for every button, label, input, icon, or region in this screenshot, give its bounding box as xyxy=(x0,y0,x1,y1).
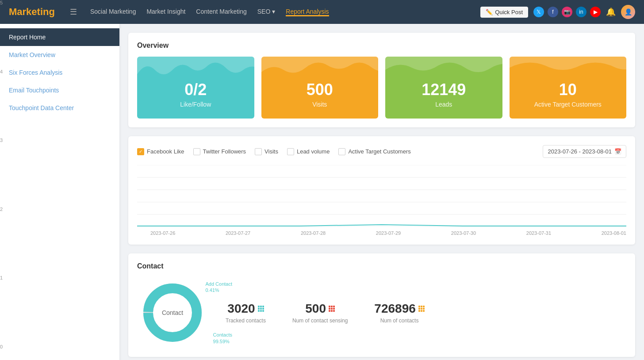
calendar-icon: 📅 xyxy=(614,148,621,155)
main-content: Overview 0/2 Like/Follow 500 Visits xyxy=(119,24,644,360)
chart-filters: ✓ Facebook Like Twitter Followers Visits… xyxy=(137,145,626,158)
grid-icon-orange xyxy=(418,306,425,312)
wave-orange xyxy=(510,57,627,83)
sidebar: Report Home Market Overview Six Forces A… xyxy=(0,24,119,360)
social-icons: 𝕏 f 📷 in ▶ xyxy=(533,7,601,17)
chart-section: ✓ Facebook Like Twitter Followers Visits… xyxy=(128,136,635,245)
facebook-icon[interactable]: f xyxy=(548,7,558,17)
filter-visits[interactable]: Visits xyxy=(255,148,278,155)
wave-teal xyxy=(137,57,254,83)
notification-bell-icon[interactable]: 🔔 xyxy=(606,7,616,17)
facebook-like-checkbox[interactable]: ✓ xyxy=(137,148,144,155)
sidebar-item-email-touchpoints[interactable]: Email Touchpoints xyxy=(0,81,119,99)
sidebar-item-touchpoint-data[interactable]: Touchpoint Data Center xyxy=(0,99,119,117)
chart-svg xyxy=(137,165,626,227)
filter-lead-volume[interactable]: Lead volume xyxy=(287,148,330,155)
contact-section: Contact Contact Add Contact 0.41% xyxy=(128,253,635,357)
donut-annotation-contacts: Contacts 99.59% xyxy=(213,332,232,345)
lead-volume-checkbox[interactable] xyxy=(287,148,294,155)
twitter-icon[interactable]: 𝕏 xyxy=(533,7,544,17)
nav-social-marketing[interactable]: Social Marketing xyxy=(90,8,136,16)
donut-center-label: Contact xyxy=(162,309,183,316)
stat-contact-sensing: 500 Num of contact sensing xyxy=(292,302,348,324)
logo-highlight: ing xyxy=(40,6,55,17)
stat-num-contacts: 726896 Num of contacts xyxy=(374,302,424,324)
page-layout: Report Home Market Overview Six Forces A… xyxy=(0,24,644,360)
filter-twitter-followers[interactable]: Twitter Followers xyxy=(193,148,246,155)
metric-card-visits: 500 Visits xyxy=(261,57,379,119)
visits-checkbox[interactable] xyxy=(255,148,262,155)
linkedin-icon[interactable]: in xyxy=(576,7,586,17)
header: Marketing ☰ Social Marketing Market Insi… xyxy=(0,0,644,24)
metric-card-active-customers: 10 Active Target Customers xyxy=(510,57,627,119)
user-avatar[interactable]: 👤 xyxy=(621,5,635,19)
donut-annotation-add-contact: Add Contact 0.41% xyxy=(205,281,232,294)
contact-title: Contact xyxy=(137,262,626,270)
metric-cards: 0/2 Like/Follow 500 Visits 12149 xyxy=(137,57,626,119)
visits-value: 500 xyxy=(307,80,333,99)
header-right: ✏️ Quick Post 𝕏 f 📷 in ▶ 🔔 👤 xyxy=(480,5,635,19)
sidebar-item-six-forces[interactable]: Six Forces Analysis xyxy=(0,64,119,81)
nav-content-marketing[interactable]: Content Marketing xyxy=(196,8,246,16)
chart-plot: 2023-07-26 2023-07-27 2023-07-28 2023-07… xyxy=(137,165,626,236)
pencil-icon: ✏️ xyxy=(486,9,493,15)
youtube-icon[interactable]: ▶ xyxy=(590,7,601,17)
nav-report-analysis[interactable]: Report Analysis xyxy=(286,8,329,16)
like-follow-value: 0/2 xyxy=(184,80,207,99)
grid-icon-red xyxy=(329,306,335,312)
twitter-followers-checkbox[interactable] xyxy=(193,148,200,155)
visits-label: Visits xyxy=(312,101,327,108)
stat-tracked-contacts: 3020 Tracked contacts xyxy=(226,302,266,324)
wave-yellow xyxy=(261,57,379,83)
leads-value: 12149 xyxy=(422,80,466,99)
chevron-down-icon: ▾ xyxy=(272,8,275,15)
like-follow-label: Like/Follow xyxy=(180,101,211,108)
metric-card-like-follow: 0/2 Like/Follow xyxy=(137,57,254,119)
date-range-picker[interactable]: 2023-07-26 - 2023-08-01 📅 xyxy=(543,145,626,158)
nav-market-insight[interactable]: Market Insight xyxy=(146,8,185,16)
wave-green xyxy=(385,57,502,83)
metric-card-leads: 12149 Leads xyxy=(385,57,502,119)
logo[interactable]: Marketing xyxy=(9,6,55,18)
grid-icon-teal xyxy=(258,306,264,312)
filter-active-target[interactable]: Active Target Customers xyxy=(338,148,410,155)
active-target-checkbox[interactable] xyxy=(338,148,345,155)
quick-post-button[interactable]: ✏️ Quick Post xyxy=(480,7,528,18)
overview-title: Overview xyxy=(137,42,626,50)
contact-content: Contact Add Contact 0.41% Contacts 99.59… xyxy=(137,277,626,348)
hamburger-icon[interactable]: ☰ xyxy=(70,7,77,17)
active-customers-value: 10 xyxy=(559,80,577,99)
sidebar-item-market-overview[interactable]: Market Overview xyxy=(0,46,119,64)
main-nav: Social Marketing Market Insight Content … xyxy=(90,8,467,16)
contact-stats: 3020 Tracked contacts 500 xyxy=(226,302,425,324)
overview-section: Overview 0/2 Like/Follow 500 Visits xyxy=(128,33,635,127)
nav-seo[interactable]: SEO ▾ xyxy=(257,8,276,16)
x-axis: 2023-07-26 2023-07-27 2023-07-28 2023-07… xyxy=(137,230,626,236)
sidebar-item-report-home[interactable]: Report Home xyxy=(0,28,119,46)
leads-label: Leads xyxy=(435,101,452,108)
logo-text: Market xyxy=(9,6,40,17)
chart-area: 5 4 3 2 1 0 xyxy=(137,165,626,236)
filter-facebook-like[interactable]: ✓ Facebook Like xyxy=(137,148,184,155)
active-customers-label: Active Target Customers xyxy=(534,101,602,108)
contact-donut-chart: Contact Add Contact 0.41% Contacts 99.59… xyxy=(137,277,208,348)
instagram-icon[interactable]: 📷 xyxy=(562,7,572,17)
